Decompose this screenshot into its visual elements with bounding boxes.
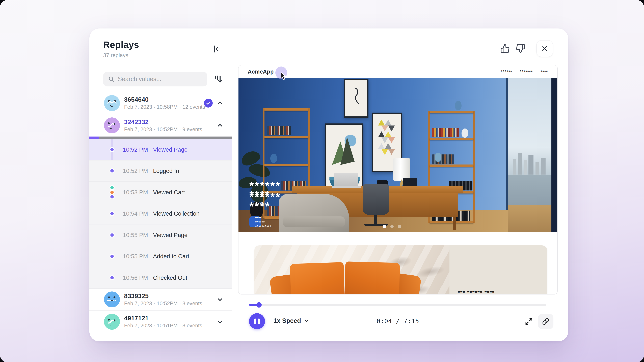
hero-cta-button[interactable]: **** ****** ********** bbox=[250, 216, 261, 227]
event-dot bbox=[110, 168, 114, 173]
collapse-panel-left-icon[interactable] bbox=[212, 44, 222, 54]
event-row-viewed-page-2[interactable]: 10:55 PM Viewed Page bbox=[90, 224, 232, 246]
product-photo-couch bbox=[254, 245, 450, 295]
session-id: 3654640 bbox=[124, 96, 204, 103]
replay-viewport: AcmeApp ****** ******* **** bbox=[238, 65, 558, 295]
session-progress-fill bbox=[90, 137, 99, 139]
link-icon bbox=[542, 318, 550, 325]
masked-cta-label: **** ****** ********** bbox=[255, 216, 271, 229]
event-time: 10:55 PM bbox=[123, 253, 150, 260]
page-title: Replays bbox=[103, 39, 220, 50]
event-time: 10:53 PM bbox=[123, 189, 150, 196]
event-dot bbox=[110, 232, 114, 237]
hero-image: ****** ****** **** **** **** ****** ****… bbox=[238, 78, 557, 232]
chevron-up-icon[interactable] bbox=[217, 100, 223, 106]
session-progress-bar bbox=[90, 137, 232, 139]
replays-sidebar: Replays 37 replays Search values... bbox=[90, 28, 232, 341]
event-row-logged-in[interactable]: 10:52 PM Logged In bbox=[90, 161, 232, 182]
session-meta: Feb 7, 2023 · 10:51PM · 8 events bbox=[124, 323, 217, 329]
hero-laptop bbox=[334, 173, 358, 187]
nav-item-masked: ****** bbox=[501, 69, 512, 74]
event-label: Logged In bbox=[153, 168, 179, 174]
hero-curtain bbox=[552, 78, 557, 232]
search-input[interactable]: Search values... bbox=[103, 72, 207, 86]
sidebar-header: Replays 37 replays bbox=[90, 28, 232, 66]
session-progress-track bbox=[99, 137, 232, 139]
event-row-added-to-cart[interactable]: 10:55 PM Added to Cart bbox=[90, 246, 232, 267]
site-logo: AcmeApp bbox=[248, 69, 274, 75]
copy-link-button[interactable] bbox=[538, 314, 554, 329]
progress-knob[interactable] bbox=[256, 302, 262, 308]
event-row-viewed-collection[interactable]: 10:54 PM Viewed Collection bbox=[90, 203, 232, 225]
avatar bbox=[104, 292, 120, 307]
masked-headline-line2: **** **** bbox=[250, 189, 270, 212]
chevron-down-icon[interactable] bbox=[217, 296, 223, 303]
event-dot bbox=[110, 254, 114, 259]
event-row-viewed-page-1[interactable]: 10:52 PM Viewed Page bbox=[90, 139, 232, 161]
close-button[interactable] bbox=[536, 40, 553, 57]
event-dot bbox=[110, 190, 114, 195]
event-dot bbox=[110, 275, 114, 280]
expand-icon[interactable] bbox=[525, 318, 533, 326]
event-label: Viewed Cart bbox=[153, 189, 185, 196]
event-time: 10:52 PM bbox=[123, 168, 150, 174]
hero-art-frame-small bbox=[344, 79, 368, 118]
avatar bbox=[104, 314, 120, 330]
event-dot bbox=[110, 211, 114, 216]
pause-button[interactable] bbox=[249, 313, 265, 329]
session-row-4917121[interactable]: 4917121 Feb 7, 2023 · 10:51PM · 8 events bbox=[90, 311, 232, 333]
avatar bbox=[104, 95, 120, 111]
carousel-dot[interactable] bbox=[390, 225, 394, 228]
feedback-bar bbox=[500, 40, 553, 57]
event-row-checked-out[interactable]: 10:56 PM Checked Out bbox=[90, 267, 232, 289]
event-label: Viewed Collection bbox=[153, 210, 200, 217]
event-row-viewed-cart[interactable]: 10:53 PM Viewed Cart bbox=[90, 182, 232, 203]
event-time: 10:52 PM bbox=[123, 146, 150, 153]
sort-descending-icon[interactable] bbox=[213, 74, 223, 84]
event-time: 10:56 PM bbox=[123, 274, 150, 281]
search-icon bbox=[108, 76, 114, 82]
cursor-pointer-icon bbox=[280, 72, 287, 80]
site-topbar: AcmeApp ****** ******* **** bbox=[238, 65, 557, 78]
replay-player: AcmeApp ****** ******* **** bbox=[232, 28, 568, 341]
product-text-panel: *** ****** **** bbox=[450, 245, 547, 295]
avatar bbox=[104, 117, 120, 133]
session-id: 3242332 bbox=[124, 118, 217, 126]
pause-icon bbox=[254, 319, 256, 324]
session-id: 4917121 bbox=[124, 315, 217, 322]
carousel-dot[interactable] bbox=[398, 225, 401, 228]
chevron-down-icon[interactable] bbox=[217, 319, 223, 325]
event-dot bbox=[110, 147, 114, 152]
nav-item-masked: **** bbox=[540, 69, 548, 74]
nav-item-masked: ******* bbox=[520, 69, 533, 74]
event-time: 10:54 PM bbox=[123, 210, 150, 217]
event-label: Viewed Page bbox=[153, 146, 188, 153]
chevron-up-icon[interactable] bbox=[217, 122, 223, 129]
time-current: 0:04 bbox=[377, 318, 392, 325]
session-row-3654640[interactable]: 3654640 Feb 7, 2023 · 10:58PM · 12 event… bbox=[90, 92, 232, 114]
replay-count: 37 replays bbox=[103, 52, 220, 58]
carousel-dots[interactable] bbox=[383, 225, 401, 228]
playback-progress-bar[interactable] bbox=[249, 304, 546, 306]
carousel-dot-active[interactable] bbox=[383, 225, 386, 228]
hero-office-chair bbox=[362, 184, 390, 215]
event-dot bbox=[110, 185, 114, 190]
product-card: *** ****** **** bbox=[254, 245, 547, 295]
event-timeline: 10:52 PM Viewed Page 10:52 PM Logged In … bbox=[90, 139, 232, 289]
hero-floor-right bbox=[508, 205, 552, 232]
thumbs-down-icon[interactable] bbox=[516, 44, 526, 53]
speed-label: 1x Speed bbox=[273, 317, 301, 324]
session-row-3242332[interactable]: 3242332 Feb 7, 2023 · 10:52PM · 9 events bbox=[90, 114, 232, 137]
session-meta: Feb 7, 2023 · 10:52PM · 9 events bbox=[124, 127, 217, 133]
speed-selector[interactable]: 1x Speed bbox=[273, 317, 309, 324]
session-meta: Feb 7, 2023 · 10:58PM · 12 events bbox=[124, 104, 204, 110]
hero-lamp bbox=[393, 158, 410, 181]
time-separator: / bbox=[396, 318, 400, 325]
masked-product-caption: *** ****** **** bbox=[458, 289, 495, 294]
event-time: 10:55 PM bbox=[123, 232, 150, 238]
session-row-8339325[interactable]: 8339325 Feb 7, 2023 · 10:52PM · 8 events bbox=[90, 289, 232, 311]
replay-modal: Replays 37 replays Search values... bbox=[90, 28, 568, 341]
thumbs-up-icon[interactable] bbox=[500, 44, 510, 53]
event-label: Checked Out bbox=[153, 274, 187, 281]
app-background: Replays 37 replays Search values... bbox=[0, 0, 644, 362]
